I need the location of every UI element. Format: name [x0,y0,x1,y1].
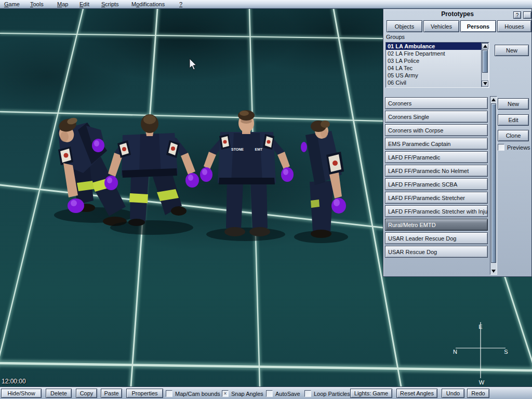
editor-window: STONE EMT [0,0,532,399]
loop-particles-label: Loop Particles [314,391,350,397]
lights-game-button[interactable]: Lights: Game [350,389,392,398]
hide-show-button[interactable]: Hide/Show [1,389,42,398]
prototype-new-button[interactable]: New [498,98,529,110]
copy-button[interactable]: Copy [76,389,97,398]
group-item[interactable]: 03 LA Police [386,57,489,64]
bottom-toolbar: Hide/Show Delete Copy Paste Properties M… [0,387,532,399]
autosave-label: AutoSave [275,391,300,397]
undo-button[interactable]: Undo [442,389,464,398]
prototype-item[interactable]: LAFD FF/Paramedic Stretcher with Injured [385,205,488,217]
prototype-item[interactable]: USAR Rescue Dog [385,246,488,258]
reset-angles-button[interactable]: Reset Angles [396,389,437,398]
panel-collapse-button[interactable] [523,11,531,19]
checkbox-box[interactable] [498,144,504,151]
autosave-checkbox[interactable]: AutoSave [266,390,300,397]
previews-label: Previews [507,144,530,151]
prototypes-scrollbar[interactable] [490,96,497,275]
menu-scripts[interactable]: Scripts [101,1,119,8]
checkbox-box[interactable] [266,390,273,397]
groups-scrollbar[interactable] [481,43,489,87]
previews-checkbox[interactable]: Previews [498,144,530,151]
group-item[interactable]: 04 LA Tec [386,64,489,72]
prototype-item[interactable]: USAR Leader Rescue Dog [385,232,488,244]
clock-readout: 12:00:00 [2,378,26,385]
group-item[interactable]: 05 US Army [386,72,489,79]
scroll-up-arrow-icon[interactable] [490,97,497,103]
prototype-item[interactable]: LAFD FF/Paramedic [385,151,488,163]
properties-button[interactable]: Properties [126,389,163,398]
tab-objects[interactable]: Objects [387,20,422,32]
panel-title: Prototypes [383,10,531,19]
snap-angles-checkbox[interactable]: × Snap Angles [222,390,263,397]
redo-button[interactable]: Redo [467,389,489,398]
prototype-item[interactable]: Coroners with Corpse [385,124,488,136]
menu-help[interactable]: ? [179,1,182,8]
prototype-item[interactable]: EMS Paramedic Captain [385,138,488,150]
snap-angles-label: Snap Angles [231,391,263,397]
panel-help-button[interactable]: ? [513,11,521,19]
groups-scroll-thumb[interactable] [482,50,488,73]
menu-map[interactable]: Map [57,1,68,8]
tab-persons[interactable]: Persons [460,20,496,32]
scroll-down-arrow-icon[interactable] [490,268,497,274]
prototypes-panel: Prototypes ? Objects Vehicles Persons Ho… [383,9,532,277]
prototype-clone-button[interactable]: Clone [498,130,529,141]
paste-button[interactable]: Paste [101,389,122,398]
group-item[interactable]: 06 Civil [386,79,489,86]
prototype-item[interactable]: LAFD FF/Paramedic SCBA [385,178,488,190]
groups-label: Groups [386,34,405,40]
menu-bar: Game Tools Map Edit Scripts Modification… [0,0,532,9]
loop-particles-checkbox[interactable]: Loop Particles [304,390,350,397]
map-cam-bounds-label: Map/Cam bounds [175,391,220,397]
checkbox-box[interactable]: × [222,390,229,397]
prototype-item-selected[interactable]: Rural/Metro EMTD [385,219,488,231]
prototypes-scroll-thumb[interactable] [491,103,496,263]
checkbox-box[interactable] [304,390,311,397]
delete-button[interactable]: Delete [46,389,72,398]
group-item[interactable]: 01 LA Ambulance [386,43,489,50]
checkbox-box[interactable] [166,390,172,397]
groups-listbox: 01 LA Ambulance 02 LA Fire Department 03… [385,42,489,88]
tab-vehicles[interactable]: Vehicles [423,20,459,32]
prototype-item[interactable]: LAFD FF/Paramedic Stretcher [385,192,488,204]
tab-houses[interactable]: Houses [497,20,531,32]
menu-modifications[interactable]: Modifications [131,1,165,8]
prototype-item[interactable]: Coroners [385,97,488,109]
groups-new-button[interactable]: New [495,45,529,56]
group-item[interactable]: 02 LA Fire Department [386,50,489,57]
menu-tools[interactable]: Tools [30,1,44,8]
menu-game[interactable]: Game [4,1,20,8]
scroll-up-arrow-icon[interactable] [482,43,488,49]
prototype-item[interactable]: LAFD FF/Paramedic No Helmet [385,165,488,177]
menu-edit[interactable]: Edit [79,1,89,8]
prototype-item[interactable]: Coroners Single [385,111,488,123]
scroll-down-arrow-icon[interactable] [482,81,488,87]
prototype-edit-button[interactable]: Edit [498,114,529,126]
map-cam-bounds-checkbox[interactable]: Map/Cam bounds [166,390,220,397]
